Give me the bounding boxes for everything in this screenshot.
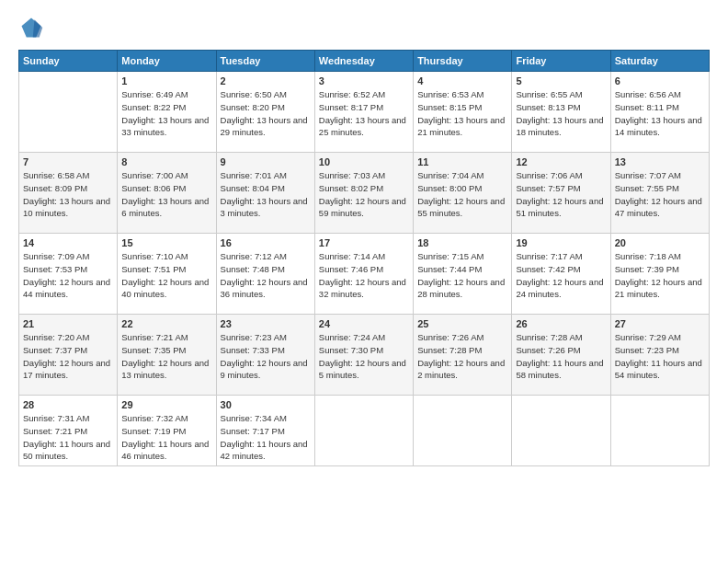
col-header-monday: Monday xyxy=(118,51,216,72)
day-number: 19 xyxy=(516,237,606,248)
day-info: Sunrise: 7:32 AMSunset: 7:19 PMDaylight:… xyxy=(121,412,211,463)
day-info: Sunrise: 7:34 AMSunset: 7:17 PMDaylight:… xyxy=(221,412,311,463)
day-number: 23 xyxy=(221,318,311,329)
day-info: Sunrise: 7:20 AMSunset: 7:37 PMDaylight:… xyxy=(23,331,113,382)
calendar-cell: 2Sunrise: 6:50 AMSunset: 8:20 PMDaylight… xyxy=(216,72,314,153)
calendar-cell: 18Sunrise: 7:15 AMSunset: 7:44 PMDayligh… xyxy=(414,234,512,315)
header-row: SundayMondayTuesdayWednesdayThursdayFrid… xyxy=(19,51,710,72)
day-info: Sunrise: 7:09 AMSunset: 7:53 PMDaylight:… xyxy=(23,250,113,301)
day-number: 26 xyxy=(516,318,606,329)
calendar-cell: 5Sunrise: 6:55 AMSunset: 8:13 PMDaylight… xyxy=(512,72,610,153)
col-header-friday: Friday xyxy=(512,51,610,72)
day-info: Sunrise: 7:00 AMSunset: 8:06 PMDaylight:… xyxy=(121,169,211,220)
col-header-saturday: Saturday xyxy=(610,51,709,72)
day-number: 10 xyxy=(319,156,409,167)
calendar-week-3: 21Sunrise: 7:20 AMSunset: 7:37 PMDayligh… xyxy=(19,315,710,396)
calendar-cell: 29Sunrise: 7:32 AMSunset: 7:19 PMDayligh… xyxy=(118,396,216,466)
day-info: Sunrise: 7:14 AMSunset: 7:46 PMDaylight:… xyxy=(319,250,409,301)
day-info: Sunrise: 6:52 AMSunset: 8:17 PMDaylight:… xyxy=(319,88,409,139)
day-info: Sunrise: 7:01 AMSunset: 8:04 PMDaylight:… xyxy=(221,169,311,220)
calendar-cell: 7Sunrise: 6:58 AMSunset: 8:09 PMDaylight… xyxy=(19,153,118,234)
calendar-cell: 3Sunrise: 6:52 AMSunset: 8:17 PMDaylight… xyxy=(314,72,413,153)
col-header-sunday: Sunday xyxy=(19,51,118,72)
day-info: Sunrise: 6:58 AMSunset: 8:09 PMDaylight:… xyxy=(23,169,113,220)
calendar-cell: 4Sunrise: 6:53 AMSunset: 8:15 PMDaylight… xyxy=(414,72,512,153)
calendar-cell xyxy=(512,396,610,466)
day-number: 13 xyxy=(615,156,705,167)
day-number: 21 xyxy=(23,318,113,329)
calendar-cell: 16Sunrise: 7:12 AMSunset: 7:48 PMDayligh… xyxy=(216,234,314,315)
calendar-week-2: 14Sunrise: 7:09 AMSunset: 7:53 PMDayligh… xyxy=(19,234,710,315)
day-info: Sunrise: 7:26 AMSunset: 7:28 PMDaylight:… xyxy=(417,331,507,382)
day-number: 17 xyxy=(319,237,409,248)
logo-icon xyxy=(18,15,44,40)
day-number: 5 xyxy=(516,75,606,86)
day-number: 9 xyxy=(221,156,311,167)
calendar-cell: 25Sunrise: 7:26 AMSunset: 7:28 PMDayligh… xyxy=(414,315,512,396)
day-info: Sunrise: 6:50 AMSunset: 8:20 PMDaylight:… xyxy=(221,88,311,139)
calendar-cell: 14Sunrise: 7:09 AMSunset: 7:53 PMDayligh… xyxy=(19,234,118,315)
calendar-cell: 15Sunrise: 7:10 AMSunset: 7:51 PMDayligh… xyxy=(118,234,216,315)
calendar-week-1: 7Sunrise: 6:58 AMSunset: 8:09 PMDaylight… xyxy=(19,153,710,234)
day-info: Sunrise: 6:49 AMSunset: 8:22 PMDaylight:… xyxy=(121,88,211,139)
day-number: 12 xyxy=(516,156,606,167)
day-number: 1 xyxy=(121,75,211,86)
day-number: 11 xyxy=(417,156,507,167)
calendar-cell: 22Sunrise: 7:21 AMSunset: 7:35 PMDayligh… xyxy=(118,315,216,396)
calendar-cell: 12Sunrise: 7:06 AMSunset: 7:57 PMDayligh… xyxy=(512,153,610,234)
calendar-cell xyxy=(610,396,709,466)
calendar-table: SundayMondayTuesdayWednesdayThursdayFrid… xyxy=(18,50,710,466)
col-header-wednesday: Wednesday xyxy=(314,51,413,72)
day-info: Sunrise: 6:56 AMSunset: 8:11 PMDaylight:… xyxy=(615,88,705,139)
svg-marker-1 xyxy=(33,19,43,37)
calendar-cell xyxy=(314,396,413,466)
calendar-cell: 26Sunrise: 7:28 AMSunset: 7:26 PMDayligh… xyxy=(512,315,610,396)
day-info: Sunrise: 7:07 AMSunset: 7:55 PMDaylight:… xyxy=(615,169,705,220)
day-info: Sunrise: 7:06 AMSunset: 7:57 PMDaylight:… xyxy=(516,169,606,220)
day-info: Sunrise: 7:21 AMSunset: 7:35 PMDaylight:… xyxy=(121,331,211,382)
logo xyxy=(18,15,48,40)
day-info: Sunrise: 6:53 AMSunset: 8:15 PMDaylight:… xyxy=(417,88,507,139)
day-info: Sunrise: 7:12 AMSunset: 7:48 PMDaylight:… xyxy=(221,250,311,301)
day-info: Sunrise: 7:28 AMSunset: 7:26 PMDaylight:… xyxy=(516,331,606,382)
calendar-week-4: 28Sunrise: 7:31 AMSunset: 7:21 PMDayligh… xyxy=(19,396,710,466)
day-number: 18 xyxy=(417,237,507,248)
day-number: 3 xyxy=(319,75,409,86)
calendar-cell: 17Sunrise: 7:14 AMSunset: 7:46 PMDayligh… xyxy=(314,234,413,315)
calendar-cell: 13Sunrise: 7:07 AMSunset: 7:55 PMDayligh… xyxy=(610,153,709,234)
page: SundayMondayTuesdayWednesdayThursdayFrid… xyxy=(0,0,728,563)
day-info: Sunrise: 7:23 AMSunset: 7:33 PMDaylight:… xyxy=(221,331,311,382)
day-info: Sunrise: 7:04 AMSunset: 8:00 PMDaylight:… xyxy=(417,169,507,220)
day-number: 28 xyxy=(23,399,113,410)
calendar-cell: 11Sunrise: 7:04 AMSunset: 8:00 PMDayligh… xyxy=(414,153,512,234)
day-number: 29 xyxy=(121,399,211,410)
day-info: Sunrise: 7:31 AMSunset: 7:21 PMDaylight:… xyxy=(23,412,113,463)
day-number: 15 xyxy=(121,237,211,248)
day-number: 16 xyxy=(221,237,311,248)
day-number: 14 xyxy=(23,237,113,248)
day-info: Sunrise: 7:15 AMSunset: 7:44 PMDaylight:… xyxy=(417,250,507,301)
calendar-cell xyxy=(19,72,118,153)
day-number: 8 xyxy=(121,156,211,167)
col-header-thursday: Thursday xyxy=(414,51,512,72)
day-info: Sunrise: 7:29 AMSunset: 7:23 PMDaylight:… xyxy=(615,331,705,382)
day-number: 4 xyxy=(417,75,507,86)
day-info: Sunrise: 7:17 AMSunset: 7:42 PMDaylight:… xyxy=(516,250,606,301)
day-number: 27 xyxy=(615,318,705,329)
day-info: Sunrise: 7:18 AMSunset: 7:39 PMDaylight:… xyxy=(615,250,705,301)
day-info: Sunrise: 7:03 AMSunset: 8:02 PMDaylight:… xyxy=(319,169,409,220)
day-info: Sunrise: 7:10 AMSunset: 7:51 PMDaylight:… xyxy=(121,250,211,301)
col-header-tuesday: Tuesday xyxy=(216,51,314,72)
calendar-cell: 24Sunrise: 7:24 AMSunset: 7:30 PMDayligh… xyxy=(314,315,413,396)
calendar-cell: 10Sunrise: 7:03 AMSunset: 8:02 PMDayligh… xyxy=(314,153,413,234)
day-number: 20 xyxy=(615,237,705,248)
header xyxy=(18,15,710,40)
day-number: 22 xyxy=(121,318,211,329)
day-number: 30 xyxy=(221,399,311,410)
calendar-cell: 9Sunrise: 7:01 AMSunset: 8:04 PMDaylight… xyxy=(216,153,314,234)
calendar-cell: 30Sunrise: 7:34 AMSunset: 7:17 PMDayligh… xyxy=(216,396,314,466)
calendar-cell: 21Sunrise: 7:20 AMSunset: 7:37 PMDayligh… xyxy=(19,315,118,396)
day-info: Sunrise: 7:24 AMSunset: 7:30 PMDaylight:… xyxy=(319,331,409,382)
calendar-cell: 28Sunrise: 7:31 AMSunset: 7:21 PMDayligh… xyxy=(19,396,118,466)
calendar-cell xyxy=(414,396,512,466)
